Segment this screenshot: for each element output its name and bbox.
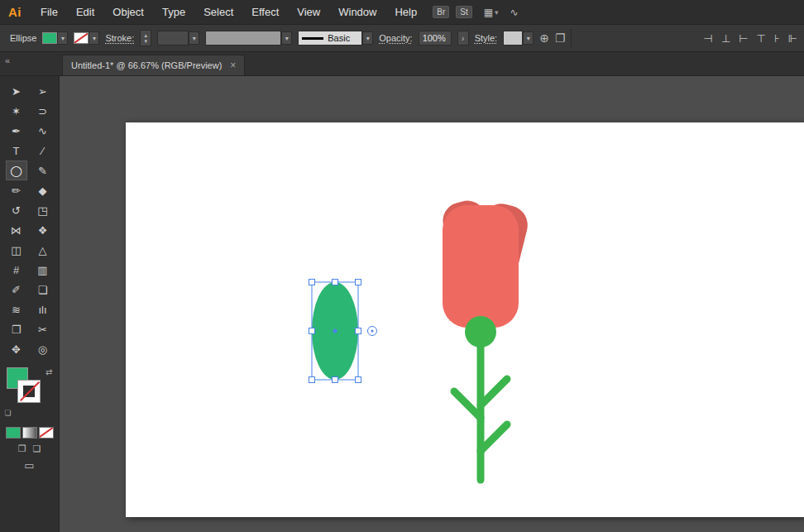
gradient-tool[interactable]: ▥ <box>32 260 54 280</box>
close-icon[interactable]: × <box>230 60 236 71</box>
width-tool[interactable]: ⋈ <box>6 220 27 240</box>
stroke-color-control[interactable]: ▾ <box>74 31 99 45</box>
selection-handle-top-right[interactable] <box>356 280 361 285</box>
column-graph-tool[interactable]: ılı <box>32 300 54 319</box>
gradient-button[interactable] <box>22 427 37 439</box>
lasso-tool[interactable]: ⊃ <box>32 101 54 121</box>
default-fill-stroke-icon[interactable]: ❏ <box>5 409 12 417</box>
shape-builder-tool[interactable]: ◫ <box>6 240 27 260</box>
stroke-swatch[interactable] <box>18 381 40 402</box>
artboard[interactable] <box>126 122 804 517</box>
flower-branch-left[interactable] <box>454 391 481 418</box>
fill-chevron-icon[interactable]: ▾ <box>57 31 68 45</box>
none-button[interactable] <box>39 427 54 439</box>
stock-button[interactable]: St <box>456 6 471 18</box>
blend-tool[interactable]: ❏ <box>32 280 54 300</box>
selection-handle-bottom-left[interactable] <box>309 377 315 383</box>
type-tool[interactable]: T <box>6 141 27 161</box>
align-right-icon[interactable]: ⊢ <box>739 32 748 45</box>
menu-effect[interactable]: Effect <box>242 6 288 18</box>
stroke-color-swatch[interactable] <box>74 32 89 44</box>
color-button[interactable] <box>6 427 21 439</box>
style-chevron-icon[interactable]: ▾ <box>523 31 534 45</box>
document-tab[interactable]: Untitled-1* @ 66.67% (RGB/Preview) × <box>62 55 245 75</box>
menu-file[interactable]: File <box>31 6 67 18</box>
selection-handle-top-left[interactable] <box>309 280 315 285</box>
free-transform-tool[interactable]: ❖ <box>32 220 54 240</box>
pencil-tool[interactable]: ✏ <box>6 180 27 200</box>
opacity-arrow-icon[interactable]: › <box>457 31 469 46</box>
style-label[interactable]: Style: <box>475 33 498 43</box>
eyedropper-tool[interactable]: ✐ <box>6 280 27 300</box>
screen-mode-icon[interactable]: ▭ <box>24 459 34 472</box>
eraser-tool[interactable]: ◆ <box>32 180 54 200</box>
canvas[interactable] <box>60 76 804 532</box>
stroke-chevron-icon[interactable]: ▾ <box>89 31 99 45</box>
stroke-weight-value[interactable] <box>157 31 189 46</box>
selection-handle-mid-right[interactable] <box>356 328 361 334</box>
transform-panel-icon[interactable]: ❐ <box>555 31 566 45</box>
selection-tool[interactable]: ➤ <box>6 81 27 101</box>
perspective-grid-tool[interactable]: △ <box>32 240 54 260</box>
stepper-up-icon[interactable]: ▴ <box>145 32 148 38</box>
menu-type[interactable]: Type <box>153 6 194 18</box>
ellipse-center-point[interactable] <box>333 329 337 333</box>
hand-tool[interactable]: ✥ <box>6 339 27 359</box>
gpu-performance-icon[interactable]: ∿ <box>510 7 519 18</box>
align-left-icon[interactable]: ⊣ <box>704 32 713 45</box>
artboard-tool[interactable]: ❐ <box>6 319 27 339</box>
stroke-weight-combo[interactable]: ▾ <box>157 31 199 46</box>
swap-fill-stroke-icon[interactable]: ⇄ <box>45 367 52 376</box>
zoom-tool[interactable]: ◎ <box>32 339 54 359</box>
stroke-style-value[interactable]: Basic <box>298 31 362 46</box>
opacity-label[interactable]: Opacity: <box>379 33 412 43</box>
stroke-weight-stepper[interactable]: ▴ ▾ <box>140 30 151 46</box>
fill-color-control[interactable]: ▾ <box>42 31 68 45</box>
stepper-down-icon[interactable]: ▾ <box>145 38 148 44</box>
style-combo[interactable]: ▾ <box>503 31 534 46</box>
rotate-tool[interactable]: ↺ <box>6 200 27 220</box>
stroke-weight-label[interactable]: Stroke: <box>105 33 134 43</box>
magic-wand-tool[interactable]: ✶ <box>6 101 27 121</box>
selection-handle-bottom-center[interactable] <box>333 377 338 383</box>
align-middle-icon[interactable]: ⊦ <box>774 32 780 45</box>
selection-handle-mid-left[interactable] <box>309 328 315 334</box>
fill-color-swatch[interactable] <box>42 32 57 44</box>
stroke-style-combo[interactable]: Basic ▾ <box>298 31 373 46</box>
brush-definition-combo[interactable]: ▾ <box>205 31 292 46</box>
opacity-input[interactable]: 100% <box>419 31 452 46</box>
flower-branch-right-2[interactable] <box>481 424 507 451</box>
pen-tool[interactable]: ✒ <box>6 121 27 141</box>
flower-stem-group[interactable] <box>454 332 507 480</box>
flower-branch-right-1[interactable] <box>481 379 507 405</box>
flower-petal-front[interactable] <box>443 205 519 328</box>
brush-chevron-icon[interactable]: ▾ <box>281 31 292 45</box>
flower-receptacle-circle[interactable] <box>465 316 496 347</box>
stroke-style-chevron-icon[interactable]: ▾ <box>362 31 373 45</box>
stroke-weight-chevron-icon[interactable]: ▾ <box>189 31 199 45</box>
draw-normal-icon[interactable]: ❐ <box>18 443 26 454</box>
mesh-tool[interactable]: # <box>6 260 27 280</box>
draw-behind-icon[interactable]: ❏ <box>33 443 41 454</box>
collapse-panel-icon[interactable]: « <box>5 55 10 65</box>
symbol-sprayer-tool[interactable]: ≋ <box>6 300 27 319</box>
line-tool[interactable]: ∕ <box>32 141 54 161</box>
bridge-button[interactable]: Br <box>433 6 449 18</box>
slice-tool[interactable]: ✂ <box>32 319 54 339</box>
menu-object[interactable]: Object <box>103 6 153 18</box>
ellipse-tool[interactable]: ◯ <box>6 161 27 180</box>
menu-select[interactable]: Select <box>194 6 242 18</box>
menu-view[interactable]: View <box>288 6 329 18</box>
style-swatch[interactable] <box>503 31 523 46</box>
scale-tool[interactable]: ◳ <box>32 200 54 220</box>
menu-window[interactable]: Window <box>329 6 385 18</box>
align-bottom-icon[interactable]: ⊩ <box>788 32 797 45</box>
selection-handle-top-center[interactable] <box>333 280 338 285</box>
menu-edit[interactable]: Edit <box>67 6 103 18</box>
paintbrush-tool[interactable]: ✎ <box>32 161 54 180</box>
align-top-icon[interactable]: ⊤ <box>757 32 766 45</box>
align-center-icon[interactable]: ⊥ <box>721 32 730 45</box>
brush-definition-value[interactable] <box>205 31 281 46</box>
menu-help[interactable]: Help <box>385 6 426 18</box>
curvature-tool[interactable]: ∿ <box>32 121 54 141</box>
